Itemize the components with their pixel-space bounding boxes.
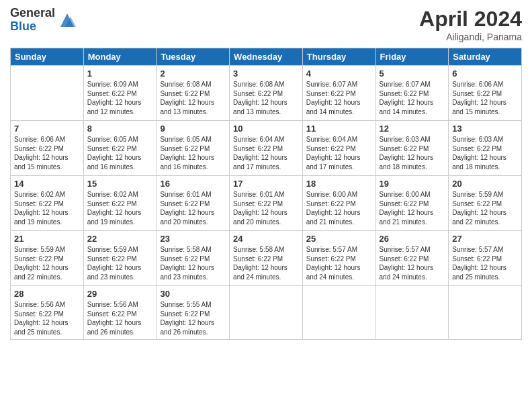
day-info: Sunrise: 5:59 AMSunset: 6:22 PMDaylight:… bbox=[14, 245, 80, 281]
title-section: April 2024 Ailigandi, Panama bbox=[419, 7, 522, 42]
day-number: 4 bbox=[306, 68, 372, 79]
calendar-cell: 15Sunrise: 6:02 AMSunset: 6:22 PMDayligh… bbox=[83, 176, 157, 231]
day-number: 3 bbox=[233, 68, 299, 79]
calendar-cell: 24Sunrise: 5:58 AMSunset: 6:22 PMDayligh… bbox=[230, 231, 303, 286]
day-info: Sunrise: 5:55 AMSunset: 6:22 PMDaylight:… bbox=[160, 300, 226, 336]
calendar-cell: 16Sunrise: 6:01 AMSunset: 6:22 PMDayligh… bbox=[157, 176, 230, 231]
day-info: Sunrise: 6:08 AMSunset: 6:22 PMDaylight:… bbox=[233, 80, 299, 116]
day-info: Sunrise: 6:00 AMSunset: 6:22 PMDaylight:… bbox=[380, 190, 445, 226]
day-number: 5 bbox=[380, 68, 445, 79]
calendar-cell: 2Sunrise: 6:08 AMSunset: 6:22 PMDaylight… bbox=[157, 66, 230, 121]
day-number: 24 bbox=[233, 234, 299, 244]
day-info: Sunrise: 6:00 AMSunset: 6:22 PMDaylight:… bbox=[306, 190, 372, 226]
day-info: Sunrise: 5:56 AMSunset: 6:22 PMDaylight:… bbox=[14, 300, 80, 336]
day-number: 10 bbox=[233, 124, 299, 134]
month-title: April 2024 bbox=[419, 7, 522, 32]
calendar-week-row: 14Sunrise: 6:02 AMSunset: 6:22 PMDayligh… bbox=[11, 176, 522, 231]
day-number: 16 bbox=[160, 179, 226, 189]
day-number: 27 bbox=[452, 234, 518, 244]
day-number: 22 bbox=[87, 234, 153, 244]
calendar-cell: 25Sunrise: 5:57 AMSunset: 6:22 PMDayligh… bbox=[302, 231, 375, 286]
calendar-cell bbox=[230, 286, 303, 340]
calendar-cell: 21Sunrise: 5:59 AMSunset: 6:22 PMDayligh… bbox=[11, 231, 84, 286]
calendar-cell: 23Sunrise: 5:58 AMSunset: 6:22 PMDayligh… bbox=[157, 231, 230, 286]
calendar-cell: 9Sunrise: 6:05 AMSunset: 6:22 PMDaylight… bbox=[157, 121, 230, 176]
calendar-cell: 26Sunrise: 5:57 AMSunset: 6:22 PMDayligh… bbox=[375, 231, 449, 286]
calendar-cell: 14Sunrise: 6:02 AMSunset: 6:22 PMDayligh… bbox=[11, 176, 84, 231]
calendar-cell: 7Sunrise: 6:06 AMSunset: 6:22 PMDaylight… bbox=[11, 121, 84, 176]
calendar-cell bbox=[449, 286, 522, 340]
calendar-cell: 5Sunrise: 6:07 AMSunset: 6:22 PMDaylight… bbox=[375, 66, 449, 121]
day-info: Sunrise: 6:01 AMSunset: 6:22 PMDaylight:… bbox=[160, 190, 226, 226]
day-info: Sunrise: 6:02 AMSunset: 6:22 PMDaylight:… bbox=[87, 190, 153, 226]
day-info: Sunrise: 5:58 AMSunset: 6:22 PMDaylight:… bbox=[233, 245, 299, 281]
day-info: Sunrise: 6:02 AMSunset: 6:22 PMDaylight:… bbox=[14, 190, 80, 226]
calendar-table: SundayMondayTuesdayWednesdayThursdayFrid… bbox=[10, 48, 522, 340]
calendar-cell: 4Sunrise: 6:07 AMSunset: 6:22 PMDaylight… bbox=[302, 66, 375, 121]
logo-blue-text: Blue bbox=[10, 20, 55, 34]
day-number: 2 bbox=[160, 68, 226, 79]
calendar-cell: 29Sunrise: 5:56 AMSunset: 6:22 PMDayligh… bbox=[83, 286, 157, 340]
calendar-header-sunday: Sunday bbox=[11, 48, 84, 66]
day-info: Sunrise: 6:03 AMSunset: 6:22 PMDaylight:… bbox=[380, 135, 445, 171]
calendar-week-row: 1Sunrise: 6:09 AMSunset: 6:22 PMDaylight… bbox=[11, 66, 522, 121]
calendar-cell: 12Sunrise: 6:03 AMSunset: 6:22 PMDayligh… bbox=[375, 121, 449, 176]
day-number: 8 bbox=[87, 124, 153, 134]
day-number: 21 bbox=[14, 234, 80, 244]
calendar-week-row: 28Sunrise: 5:56 AMSunset: 6:22 PMDayligh… bbox=[11, 286, 522, 340]
day-number: 28 bbox=[14, 289, 80, 299]
calendar-cell: 3Sunrise: 6:08 AMSunset: 6:22 PMDaylight… bbox=[230, 66, 303, 121]
day-info: Sunrise: 6:08 AMSunset: 6:22 PMDaylight:… bbox=[160, 80, 226, 116]
day-number: 25 bbox=[306, 234, 372, 244]
day-number: 17 bbox=[233, 179, 299, 189]
header: General Blue April 2024 Ailigandi, Panam… bbox=[10, 7, 522, 42]
logo-general-text: General bbox=[10, 7, 55, 20]
calendar-cell: 20Sunrise: 5:59 AMSunset: 6:22 PMDayligh… bbox=[449, 176, 522, 231]
day-number: 15 bbox=[87, 179, 153, 189]
day-info: Sunrise: 6:05 AMSunset: 6:22 PMDaylight:… bbox=[160, 135, 226, 171]
calendar-cell: 30Sunrise: 5:55 AMSunset: 6:22 PMDayligh… bbox=[157, 286, 230, 340]
calendar-header-wednesday: Wednesday bbox=[230, 48, 303, 66]
day-number: 1 bbox=[87, 68, 153, 79]
calendar-cell: 22Sunrise: 5:59 AMSunset: 6:22 PMDayligh… bbox=[83, 231, 157, 286]
calendar-cell: 6Sunrise: 6:06 AMSunset: 6:22 PMDaylight… bbox=[449, 66, 522, 121]
day-info: Sunrise: 6:05 AMSunset: 6:22 PMDaylight:… bbox=[87, 135, 153, 171]
day-number: 6 bbox=[452, 68, 518, 79]
day-number: 26 bbox=[380, 234, 445, 244]
calendar-header-thursday: Thursday bbox=[302, 48, 375, 66]
day-number: 7 bbox=[14, 124, 80, 134]
day-info: Sunrise: 6:04 AMSunset: 6:22 PMDaylight:… bbox=[233, 135, 299, 171]
day-number: 30 bbox=[160, 289, 226, 299]
day-info: Sunrise: 6:06 AMSunset: 6:22 PMDaylight:… bbox=[452, 80, 518, 116]
day-number: 14 bbox=[14, 179, 80, 189]
day-info: Sunrise: 6:01 AMSunset: 6:22 PMDaylight:… bbox=[233, 190, 299, 226]
calendar-cell: 18Sunrise: 6:00 AMSunset: 6:22 PMDayligh… bbox=[302, 176, 375, 231]
calendar-cell: 8Sunrise: 6:05 AMSunset: 6:22 PMDaylight… bbox=[83, 121, 157, 176]
calendar-cell: 27Sunrise: 5:57 AMSunset: 6:22 PMDayligh… bbox=[449, 231, 522, 286]
calendar-week-row: 21Sunrise: 5:59 AMSunset: 6:22 PMDayligh… bbox=[11, 231, 522, 286]
day-info: Sunrise: 6:09 AMSunset: 6:22 PMDaylight:… bbox=[87, 80, 153, 116]
calendar-cell: 13Sunrise: 6:03 AMSunset: 6:22 PMDayligh… bbox=[449, 121, 522, 176]
calendar-header-tuesday: Tuesday bbox=[157, 48, 230, 66]
logo-icon bbox=[57, 10, 77, 30]
day-number: 29 bbox=[87, 289, 153, 299]
day-info: Sunrise: 6:03 AMSunset: 6:22 PMDaylight:… bbox=[452, 135, 518, 171]
day-number: 12 bbox=[380, 124, 445, 134]
day-info: Sunrise: 5:57 AMSunset: 6:22 PMDaylight:… bbox=[380, 245, 445, 281]
day-number: 23 bbox=[160, 234, 226, 244]
day-number: 9 bbox=[160, 124, 226, 134]
day-number: 19 bbox=[380, 179, 445, 189]
calendar-container: General Blue April 2024 Ailigandi, Panam… bbox=[0, 0, 532, 411]
day-info: Sunrise: 6:06 AMSunset: 6:22 PMDaylight:… bbox=[14, 135, 80, 171]
calendar-body: 1Sunrise: 6:09 AMSunset: 6:22 PMDaylight… bbox=[11, 66, 522, 340]
calendar-cell: 11Sunrise: 6:04 AMSunset: 6:22 PMDayligh… bbox=[302, 121, 375, 176]
calendar-header-row: SundayMondayTuesdayWednesdayThursdayFrid… bbox=[11, 48, 522, 66]
calendar-cell: 19Sunrise: 6:00 AMSunset: 6:22 PMDayligh… bbox=[375, 176, 449, 231]
calendar-cell bbox=[302, 286, 375, 340]
day-number: 20 bbox=[452, 179, 518, 189]
day-number: 11 bbox=[306, 124, 372, 134]
calendar-cell: 1Sunrise: 6:09 AMSunset: 6:22 PMDaylight… bbox=[83, 66, 157, 121]
day-info: Sunrise: 5:59 AMSunset: 6:22 PMDaylight:… bbox=[87, 245, 153, 281]
calendar-week-row: 7Sunrise: 6:06 AMSunset: 6:22 PMDaylight… bbox=[11, 121, 522, 176]
day-info: Sunrise: 6:07 AMSunset: 6:22 PMDaylight:… bbox=[380, 80, 445, 116]
